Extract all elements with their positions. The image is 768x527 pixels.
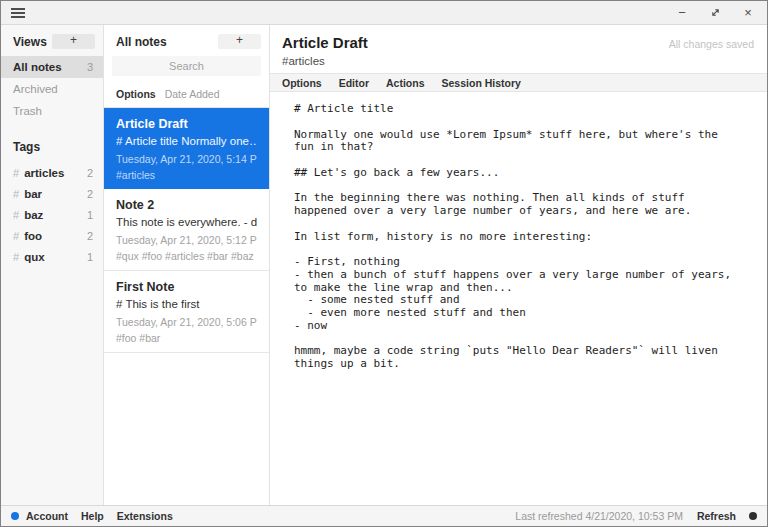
sort-by-label[interactable]: Date Added <box>165 88 220 100</box>
hash-icon: # <box>13 251 19 263</box>
notes-column-title: All notes <box>116 35 167 49</box>
refresh-button[interactable]: Refresh <box>697 510 736 522</box>
footer-bar: Account Help Extensions Last refreshed 4… <box>1 505 767 526</box>
sidebar-item-archived[interactable]: Archived <box>1 78 103 100</box>
save-status: All changes saved <box>669 38 754 50</box>
hash-icon: # <box>13 167 19 179</box>
all-notes-count: 3 <box>87 61 93 73</box>
editor-pane: Article Draft #articles All changes save… <box>270 25 767 505</box>
note-body-text: # Article title Normally one would use *… <box>294 103 757 371</box>
account-status-dot-icon <box>11 512 19 520</box>
hash-icon: # <box>13 188 19 200</box>
tag-item-baz[interactable]: # baz 1 <box>1 204 103 225</box>
minimize-icon[interactable]: − <box>675 6 689 20</box>
tag-item-foo[interactable]: # foo 2 <box>1 225 103 246</box>
editor-header: Article Draft #articles All changes save… <box>270 25 767 73</box>
last-refreshed-label: Last refreshed 4/21/2020, 10:53 PM <box>515 510 683 522</box>
titlebar: − × <box>1 1 767 25</box>
search-container <box>104 54 269 82</box>
notes-column: All notes + Options Date Added Article D… <box>104 25 270 505</box>
note-tags: #articles <box>282 55 368 67</box>
views-title: Views <box>13 35 47 49</box>
note-title: Article Draft <box>282 34 368 51</box>
notes-column-header: All notes + <box>104 25 269 54</box>
window-controls: − × <box>675 6 755 20</box>
main-area: Views + All notes 3 Archived Trash Tags … <box>1 25 767 505</box>
notes-list-header: Options Date Added <box>104 82 269 108</box>
extensions-button[interactable]: Extensions <box>117 510 173 522</box>
help-button[interactable]: Help <box>81 510 104 522</box>
views-header: Views + <box>1 25 103 56</box>
hash-icon: # <box>13 230 19 242</box>
note-list-item-first-note[interactable]: First Note # This is the first Tuesday, … <box>104 271 269 353</box>
hash-icon: # <box>13 209 19 221</box>
add-view-button[interactable]: + <box>52 34 95 49</box>
note-list-item-note-2[interactable]: Note 2 This note is everywhere. - do… Tu… <box>104 189 269 271</box>
tag-item-qux[interactable]: # qux 1 <box>1 246 103 267</box>
account-button[interactable]: Account <box>26 510 68 522</box>
hamburger-menu-icon[interactable] <box>11 6 25 20</box>
sidebar-item-all-notes[interactable]: All notes 3 <box>1 56 103 78</box>
resize-icon[interactable] <box>708 6 722 20</box>
app-window: − × Views + All notes 3 Archived <box>0 0 768 527</box>
search-input[interactable] <box>112 56 261 76</box>
close-icon[interactable]: × <box>741 6 755 20</box>
tab-options[interactable]: Options <box>282 77 322 89</box>
tab-session-history[interactable]: Session History <box>442 77 521 89</box>
note-editor-textarea[interactable]: # Article title Normally one would use *… <box>270 92 767 505</box>
tab-actions[interactable]: Actions <box>386 77 425 89</box>
sidebar: Views + All notes 3 Archived Trash Tags … <box>1 25 104 505</box>
tab-editor[interactable]: Editor <box>339 77 369 89</box>
editor-tab-bar: Options Editor Actions Session History <box>270 73 767 92</box>
sync-status-dot-icon <box>749 512 757 520</box>
tag-item-bar[interactable]: # bar 2 <box>1 183 103 204</box>
options-button[interactable]: Options <box>116 88 156 100</box>
tag-item-articles[interactable]: # articles 2 <box>1 162 103 183</box>
sidebar-item-trash[interactable]: Trash <box>1 100 103 122</box>
add-note-button[interactable]: + <box>218 34 261 49</box>
tags-header: Tags <box>1 122 103 162</box>
note-list-item-article-draft[interactable]: Article Draft # Article title Normally o… <box>104 108 269 189</box>
